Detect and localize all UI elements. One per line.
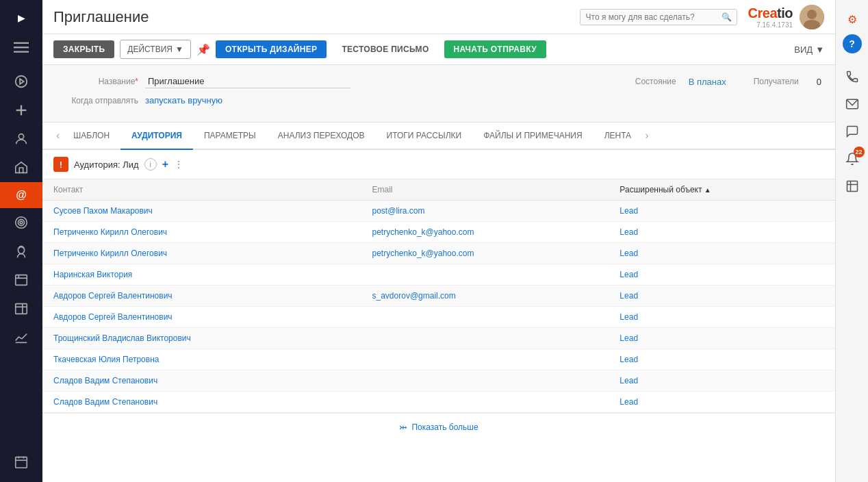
user-avatar[interactable] (800, 5, 824, 29)
actions-label: ДЕЙСТВИЯ (127, 45, 173, 54)
show-more-icon: ⤔ (399, 422, 407, 433)
chat-button[interactable] (840, 119, 865, 144)
svg-rect-1 (14, 47, 29, 48)
nav-email[interactable]: @ (0, 182, 42, 208)
cell-contact[interactable]: Трощинский Владислав Викторович (42, 328, 361, 349)
info-icon[interactable]: i (144, 158, 157, 170)
cell-extended-obj[interactable]: Lead (609, 201, 835, 222)
help-button[interactable]: ? (843, 34, 862, 53)
settings-button[interactable]: ⚙ (840, 7, 865, 31)
form-area: Название* Приглашение Состояние В планах… (42, 65, 835, 123)
cell-contact[interactable]: Петриченко Кирилл Олегович (42, 243, 361, 264)
actions-button[interactable]: ДЕЙСТВИЯ ▼ (120, 40, 191, 59)
cell-email[interactable]: post@lira.com (361, 201, 609, 222)
nav-home[interactable] (0, 67, 42, 96)
search-icon: 🔍 (722, 12, 732, 22)
status-label: Состояние (635, 77, 683, 86)
global-search-input[interactable] (580, 9, 737, 25)
table-row: Сладов Вадим СтепановичLead (42, 370, 835, 392)
nav-collapse[interactable]: ▶ (0, 5, 42, 30)
cell-email[interactable]: petrychenko_k@yahoo.com (361, 222, 609, 243)
table-row: Наринская ВикторияLead (42, 264, 835, 286)
nav-campaigns[interactable] (0, 153, 42, 182)
nav-add[interactable] (0, 96, 42, 125)
close-button[interactable]: ЗАКРЫТЬ (53, 40, 114, 58)
audience-table: Контакт Email Расширенный объект ▲ Сусое… (42, 179, 835, 413)
cell-contact[interactable]: Авдоров Сергей Валентинович (42, 286, 361, 307)
start-send-button[interactable]: НАЧАТЬ ОТПРАВКУ (444, 40, 546, 58)
cell-extended-obj[interactable]: Lead (609, 286, 835, 307)
cell-extended-obj[interactable]: Lead (609, 307, 835, 328)
cell-email[interactable] (361, 349, 609, 370)
audience-menu-icon[interactable]: ⋮ (174, 159, 183, 170)
view-button[interactable]: ВИД ▼ (794, 45, 824, 55)
table-row: Сладов Вадим СтепановичLead (42, 392, 835, 413)
when-label: Когда отправлять (56, 96, 145, 105)
nav-leads[interactable] (0, 237, 42, 266)
cell-extended-obj[interactable]: Lead (609, 349, 835, 370)
sort-desc-icon: ▲ (704, 186, 711, 194)
status-value: В планах (689, 77, 726, 87)
cell-extended-obj[interactable]: Lead (609, 370, 835, 392)
creatio-logo-wrapper: Creatio 7.16.4.1731 (748, 5, 793, 29)
cell-email[interactable]: s_avdorov@gmail.com (361, 286, 609, 307)
cell-contact[interactable]: Сусоев Пахом Макарович (42, 201, 361, 222)
add-audience-button[interactable]: + (162, 158, 168, 170)
tasks-button[interactable] (840, 174, 865, 199)
tabs-next-btn[interactable]: › (642, 129, 651, 142)
phone-button[interactable] (840, 64, 865, 89)
cell-contact[interactable]: Сладов Вадим Степанович (42, 370, 361, 392)
tab-results[interactable]: ИТОГИ РАССЫЛКИ (376, 123, 473, 150)
col-contact[interactable]: Контакт (42, 179, 361, 201)
cell-email[interactable] (361, 370, 609, 392)
nav-menu[interactable] (0, 33, 42, 62)
audience-header: ! Аудитория: Лид i + ⋮ (42, 150, 835, 179)
notification-badge: 22 (854, 147, 865, 157)
svg-marker-4 (20, 79, 24, 84)
cell-contact[interactable]: Сладов Вадим Степанович (42, 392, 361, 413)
cell-email[interactable] (361, 392, 609, 413)
cell-contact[interactable]: Наринская Виктория (42, 264, 361, 286)
nav-contacts[interactable] (0, 125, 42, 153)
notification-button[interactable]: 22 (840, 147, 865, 171)
pin-icon[interactable]: 📌 (196, 43, 210, 56)
tab-analysis[interactable]: АНАЛИЗ ПЕРЕХОДОВ (267, 123, 376, 150)
cell-email[interactable] (361, 264, 609, 286)
nav-chart[interactable] (0, 323, 42, 352)
col-email[interactable]: Email (361, 179, 609, 201)
tabs-prev-btn[interactable]: ‹ (53, 129, 62, 142)
cell-contact[interactable]: Авдоров Сергей Валентинович (42, 307, 361, 328)
cell-extended-obj[interactable]: Lead (609, 264, 835, 286)
nav-target[interactable] (0, 208, 42, 237)
tab-template[interactable]: ШАБЛОН (62, 123, 120, 150)
cell-extended-obj[interactable]: Lead (609, 392, 835, 413)
cell-email[interactable] (361, 328, 609, 349)
table-row: Сусоев Пахом Макаровичpost@lira.comLead (42, 201, 835, 222)
name-row: Название* Приглашение Состояние В планах… (56, 75, 821, 88)
col-extended-obj[interactable]: Расширенный объект ▲ (609, 179, 835, 201)
cell-extended-obj[interactable]: Lead (609, 243, 835, 264)
when-value: запускать вручную (145, 95, 282, 105)
tab-feed[interactable]: ЛЕНТА (593, 123, 642, 150)
tab-audience[interactable]: АУДИТОРИЯ (120, 123, 193, 150)
nav-rail: ▶ @ (0, 0, 42, 482)
cell-contact[interactable]: Ткачевская Юлия Петровна (42, 349, 361, 370)
svg-point-24 (807, 10, 817, 19)
cell-extended-obj[interactable]: Lead (609, 222, 835, 243)
cell-extended-obj[interactable]: Lead (609, 328, 835, 349)
show-more-label: Показать больше (411, 422, 478, 432)
test-email-button[interactable]: ТЕСТОВОЕ ПИСЬМО (332, 40, 438, 58)
email-button[interactable] (840, 92, 865, 116)
open-designer-button[interactable]: ОТКРЫТЬ ДИЗАЙНЕР (216, 40, 327, 58)
tab-params[interactable]: ПАРАМЕТРЫ (193, 123, 267, 150)
show-more-row[interactable]: ⤔ Показать больше (42, 413, 835, 441)
cell-email[interactable] (361, 307, 609, 328)
cell-contact[interactable]: Петриченко Кирилл Олегович (42, 222, 361, 243)
nav-calendar[interactable] (0, 448, 42, 477)
tab-files[interactable]: ФАЙЛЫ И ПРИМЕЧАНИЯ (472, 123, 593, 150)
svg-point-8 (16, 217, 27, 229)
nav-reports[interactable] (0, 266, 42, 294)
audience-table-wrapper: Контакт Email Расширенный объект ▲ Сусое… (42, 179, 835, 413)
nav-analytics[interactable] (0, 294, 42, 323)
cell-email[interactable]: petrychenko_k@yahoo.com (361, 243, 609, 264)
